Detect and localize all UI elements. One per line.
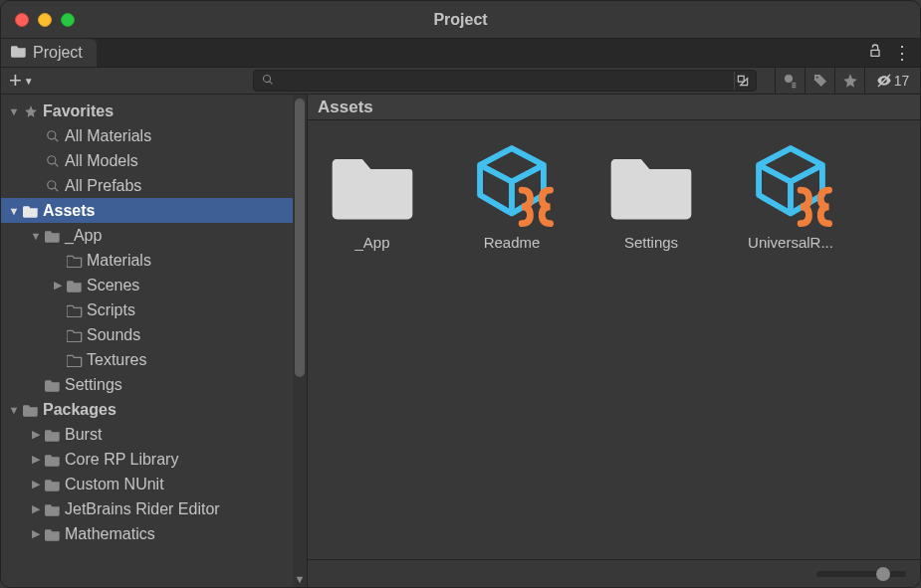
folder-fill-icon [65,279,85,293]
plus-icon: + [9,70,22,92]
tree-row[interactable]: ▼Favorites [1,98,307,123]
tree-row[interactable]: ▶Custom NUnit [1,472,307,496]
search-input[interactable] [280,74,728,89]
tree-row[interactable]: Textures [1,347,307,372]
tree-row-label: Settings [63,376,122,394]
grid-item-label: Readme [457,234,567,251]
favorites-filter-button[interactable] [834,68,864,94]
folder-outline-icon [65,353,85,367]
search-icon [43,154,63,168]
project-tab-icon [11,44,27,62]
grid-item[interactable]: _App [318,146,427,251]
hidden-count-value: 17 [894,73,910,89]
tree-row[interactable]: ▶Mathematics [1,521,307,546]
grid-item-label: UniversalR... [736,234,845,251]
search-icon [43,129,63,143]
folder-icon [21,204,41,218]
tree-row-label: Burst [63,426,102,444]
tree-row[interactable]: Sounds [1,322,307,347]
create-dropdown[interactable]: + ▼ [1,70,34,92]
grid-item[interactable]: Readme [457,146,567,251]
zoom-window-button[interactable] [61,13,75,27]
tree-row[interactable]: ▶Scenes [1,273,307,297]
search-icon [262,72,274,90]
tree-row-label: Sounds [85,326,140,344]
tree-row[interactable]: ▶Core RP Library [1,447,307,472]
close-window-button[interactable] [15,13,29,27]
scroll-down-icon[interactable]: ▼ [293,573,307,585]
tree-row-label: All Materials [63,127,151,145]
folder-fill-icon [43,229,63,243]
svg-point-0 [785,75,793,83]
expand-arrow-icon[interactable]: ▶ [29,453,43,466]
folder-fill-icon [43,428,63,442]
folder-icon [21,403,41,417]
project-window: Project Project ⋮ + ▼ [0,0,921,588]
sidebar-scrollbar[interactable]: ▼ [293,95,307,587]
tab-menu-icon[interactable]: ⋮ [893,44,910,62]
tree-row[interactable]: Scripts [1,297,307,322]
traffic-lights [1,13,75,27]
expand-arrow-icon[interactable]: ▼ [29,230,43,242]
expand-arrow-icon[interactable]: ▼ [7,404,21,416]
tree-row-label: Custom NUnit [63,476,164,493]
tree-row-label: Favorites [41,102,114,120]
tree-row[interactable]: All Materials [1,123,307,148]
hidden-count-button[interactable]: 17 [864,68,920,94]
tree-row-label: Packages [41,401,116,419]
grid-item-label: _App [318,234,427,251]
scriptable-object-icon [749,146,832,224]
tree-row[interactable]: ▼Packages [1,397,307,422]
titlebar: Project [1,1,920,39]
tab-label: Project [33,44,83,62]
folder-outline-icon [65,328,85,342]
scriptable-object-icon [470,146,554,224]
folder-fill-icon [43,527,63,541]
folder-outline-icon [65,254,85,268]
minimize-window-button[interactable] [38,13,52,27]
tree-row[interactable]: ▼Assets [1,198,307,223]
lock-icon[interactable] [867,43,883,63]
folder-fill-icon [43,502,63,516]
tree-row-label: Mathematics [63,525,155,543]
grid-item[interactable]: Settings [596,146,706,251]
scrollbar-thumb[interactable] [295,98,305,377]
expand-arrow-icon[interactable]: ▼ [7,105,21,117]
chevron-down-icon: ▼ [24,76,34,87]
search-scope-icon[interactable] [734,72,752,90]
tree-row[interactable]: All Prefabs [1,173,307,198]
grid-item[interactable]: UniversalR... [736,146,845,251]
grid-size-slider[interactable] [816,571,906,577]
expand-arrow-icon[interactable]: ▶ [51,279,65,292]
tree-row[interactable]: Settings [1,372,307,397]
expand-arrow-icon[interactable]: ▶ [29,502,43,515]
tree-row-label: Scenes [85,277,139,294]
tree-row-label: JetBrains Rider Editor [63,500,220,518]
breadcrumb[interactable]: Assets [308,95,920,120]
expand-arrow-icon[interactable]: ▶ [29,527,43,540]
grid-item-label: Settings [596,234,706,251]
tree-row-label: Materials [85,252,151,270]
tab-bar: Project ⋮ [1,39,920,67]
grid-footer [308,559,920,587]
tree-row[interactable]: ▼_App [1,223,307,248]
folder-fill-icon [43,478,63,491]
tree-row[interactable]: ▶JetBrains Rider Editor [1,496,307,521]
expand-arrow-icon[interactable]: ▼ [7,205,21,217]
folder-outline-icon [65,303,85,317]
expand-arrow-icon[interactable]: ▶ [29,478,43,490]
slider-knob[interactable] [876,567,890,581]
filter-by-label-button[interactable] [805,68,834,94]
tree-row[interactable]: ▶Burst [1,422,307,447]
tree-row-label: _App [63,227,102,245]
tree-row[interactable]: All Models [1,148,307,173]
tree-row-label: Textures [85,351,146,369]
tree-row[interactable]: Materials [1,248,307,273]
expand-arrow-icon[interactable]: ▶ [29,428,43,441]
toolbar: + ▼ [1,67,920,95]
filter-by-type-button[interactable] [775,68,805,94]
asset-grid: _AppReadmeSettingsUniversalR... [308,120,920,559]
folder-icon [609,146,693,224]
search-field[interactable] [253,70,757,92]
tab-project[interactable]: Project [1,39,97,67]
